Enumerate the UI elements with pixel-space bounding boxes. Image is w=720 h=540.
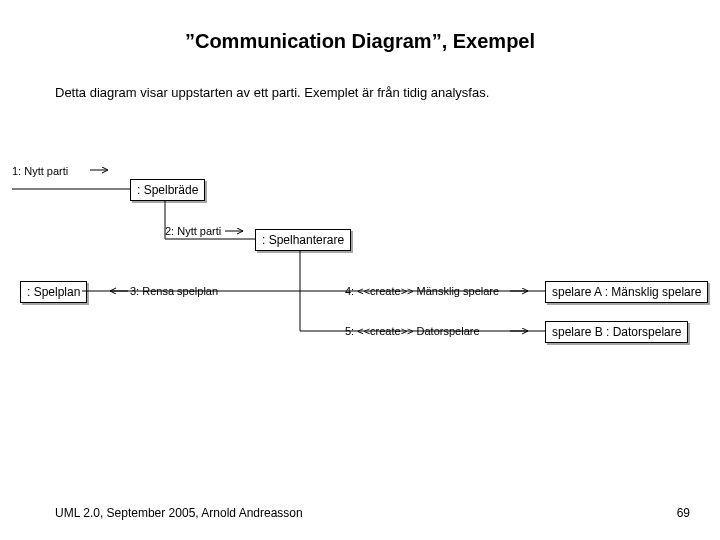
footer-page-number: 69 (677, 506, 690, 520)
footer-left: UML 2.0, September 2005, Arnold Andreass… (55, 506, 303, 520)
